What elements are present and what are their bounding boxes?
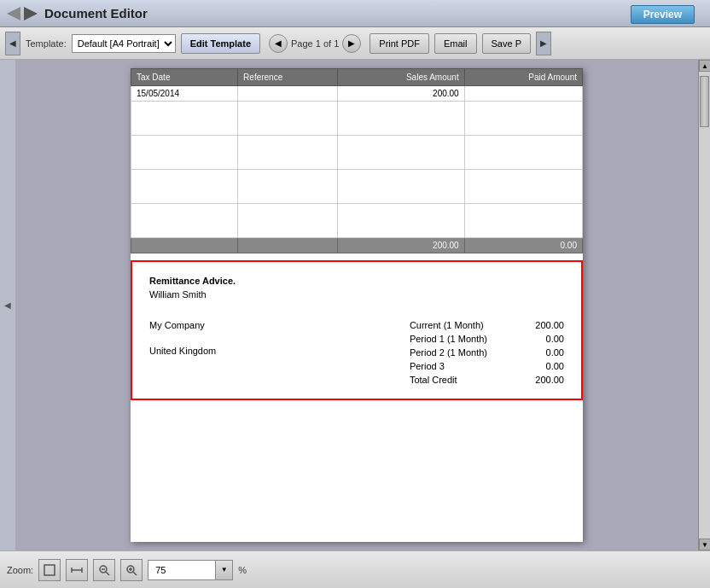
title-nav (7, 7, 38, 20)
remittance-right: Current (1 Month) 200.00 Period 1 (1 Mon… (410, 320, 564, 385)
col-sales-amount: Sales Amount (338, 69, 464, 86)
print-pdf-button[interactable]: Print PDF (370, 33, 429, 54)
period-value-3: 0.00 (521, 361, 564, 371)
document-page: Tax Date Reference Sales Amount Paid Amo… (131, 68, 583, 542)
remittance-body: My Company United Kingdom Current (1 Mon… (149, 320, 564, 385)
template-select[interactable]: Default [A4 Portrait] (72, 34, 176, 53)
vertical-scrollbar: ▲ ▼ (698, 60, 710, 550)
total-label (131, 238, 238, 253)
total-credit-row: Total Credit 200.00 (410, 375, 564, 385)
edit-template-button[interactable]: Edit Template (181, 33, 260, 54)
total-credit-label: Total Credit (410, 375, 457, 385)
period-row-0: Current (1 Month) 200.00 (410, 320, 564, 330)
next-page-button[interactable]: ▶ (342, 34, 361, 53)
toolbar-left-arrow[interactable]: ◀ (5, 32, 20, 55)
zoom-input-container[interactable]: ▼ (148, 560, 233, 580)
col-reference: Reference (238, 69, 338, 86)
company-name: My Company (149, 320, 216, 330)
cell-sales-amount: 200.00 (338, 86, 464, 102)
total-paid: 0.00 (464, 238, 582, 253)
period-value-2: 0.00 (521, 347, 564, 358)
period-label-2: Period 2 (1 Month) (410, 347, 487, 358)
zoom-bar: Zoom: ▼ % (0, 550, 710, 588)
zoom-out-button[interactable] (93, 559, 115, 581)
svg-line-5 (106, 572, 109, 575)
period-row-1: Period 1 (1 Month) 0.00 (410, 334, 564, 344)
total-empty (238, 238, 338, 253)
remittance-name: William Smith (149, 289, 564, 300)
preview-button[interactable]: Preview (631, 5, 695, 24)
period-value-1: 0.00 (521, 334, 564, 344)
cell-reference (238, 86, 338, 102)
zoom-dropdown-arrow[interactable]: ▼ (215, 561, 232, 579)
fit-page-button[interactable] (38, 559, 61, 581)
zoom-percent-label: % (238, 565, 247, 575)
document-canvas: Tax Date Reference Sales Amount Paid Amo… (15, 60, 698, 550)
save-button[interactable]: Save P (482, 33, 531, 54)
remittance-section: Remittance Advice. William Smith My Comp… (131, 260, 583, 400)
scroll-thumb[interactable] (700, 76, 709, 127)
cell-paid-amount (464, 86, 582, 102)
zoom-value-input[interactable] (152, 565, 212, 575)
svg-rect-0 (44, 565, 55, 575)
period-label-3: Period 3 (410, 361, 445, 371)
title-bar: Document Editor Preview (0, 0, 710, 27)
scroll-track[interactable] (699, 72, 710, 539)
period-row-3: Period 3 0.00 (410, 361, 564, 371)
app-title: Document Editor (44, 6, 148, 20)
col-paid-amount: Paid Amount (464, 69, 582, 86)
total-sales: 200.00 (338, 238, 464, 253)
nav-back-arrow[interactable] (7, 7, 20, 20)
svg-line-8 (133, 572, 137, 575)
country: United Kingdom (149, 346, 216, 356)
empty-row (131, 170, 583, 204)
nav-forward-arrow[interactable] (24, 7, 38, 20)
email-button[interactable]: Email (434, 33, 477, 54)
period-label-0: Current (1 Month) (410, 320, 484, 330)
remittance-title: Remittance Advice. (149, 276, 564, 286)
template-label: Template: (26, 38, 67, 49)
main-area: ◀ Tax Date Reference Sales Amount Paid A… (0, 60, 710, 550)
period-row-2: Period 2 (1 Month) 0.00 (410, 347, 564, 358)
cell-tax-date: 15/05/2014 (131, 86, 238, 102)
toolbar-right-arrow[interactable]: ▶ (536, 32, 551, 55)
toolbar: ◀ Template: Default [A4 Portrait] Edit T… (0, 27, 710, 60)
scroll-left-arrow[interactable]: ◀ (0, 60, 15, 550)
prev-page-button[interactable]: ◀ (269, 34, 288, 53)
empty-row (131, 204, 583, 238)
period-label-1: Period 1 (1 Month) (410, 334, 487, 344)
period-value-0: 200.00 (521, 320, 564, 330)
empty-row (131, 136, 583, 170)
page-indicator: Page 1 of 1 (291, 38, 339, 49)
table-row: 15/05/2014 200.00 (131, 86, 583, 102)
total-credit-value: 200.00 (521, 375, 564, 385)
zoom-in-button[interactable] (120, 559, 143, 581)
scroll-down-button[interactable]: ▼ (699, 539, 710, 550)
zoom-label: Zoom: (7, 565, 33, 575)
col-tax-date: Tax Date (131, 69, 238, 86)
total-row: 200.00 0.00 (131, 238, 583, 253)
empty-row (131, 102, 583, 136)
invoice-table: Tax Date Reference Sales Amount Paid Amo… (131, 68, 583, 253)
page-nav: ◀ Page 1 of 1 ▶ (269, 34, 361, 53)
scroll-up-button[interactable]: ▲ (699, 60, 710, 72)
remittance-left: My Company United Kingdom (149, 320, 216, 385)
fit-width-button[interactable] (66, 559, 88, 581)
